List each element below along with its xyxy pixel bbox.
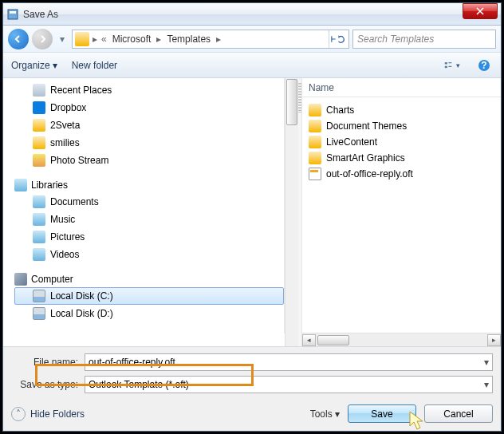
chevron-right-icon: ▸ [156, 34, 162, 45]
refresh-button[interactable] [329, 30, 346, 48]
hide-folders-button[interactable]: ˄ Hide Folders [11, 407, 85, 421]
tree-item[interactable]: Dropbox [14, 99, 284, 116]
column-header-name[interactable]: Name [302, 78, 501, 97]
tree-head-libraries[interactable]: Libraries [14, 177, 284, 193]
help-button[interactable]: ? [475, 57, 493, 73]
nav-forward-button[interactable] [32, 29, 53, 49]
search-input[interactable]: Search Templates [352, 30, 496, 49]
address-bar[interactable]: ▸ « Microsoft ▸ Templates ▸ [72, 30, 349, 49]
window-title: Save As [23, 9, 463, 20]
savetype-label: Save as type: [11, 379, 85, 390]
tree-group-favorites: Recent Places Dropbox 2Sveta smilies Pho… [14, 81, 284, 169]
disk-icon [33, 307, 45, 320]
scroll-left-button[interactable]: ◂ [302, 334, 316, 346]
folder-tree[interactable]: Recent Places Dropbox 2Sveta smilies Pho… [3, 78, 285, 333]
documents-icon [33, 195, 45, 208]
chevron-down-icon: ▾ [53, 60, 57, 71]
chevron-down-icon[interactable]: ▾ [484, 379, 489, 390]
list-item[interactable]: Document Themes [309, 118, 494, 134]
tree-item[interactable]: 2Sveta [14, 116, 284, 134]
filename-input[interactable]: out-of-office-reply.oft ▾ [85, 353, 493, 371]
nav-back-button[interactable] [8, 29, 29, 49]
tree-item[interactable]: Recent Places [14, 81, 284, 99]
dropbox-icon [33, 101, 45, 114]
videos-icon [33, 248, 45, 261]
scroll-right-button[interactable]: ▸ [487, 334, 501, 346]
toolbar: Organize▾ New folder ▾ ? [3, 53, 501, 78]
save-button[interactable]: Save [348, 404, 416, 423]
nav-history-dropdown[interactable]: ▾ [56, 30, 69, 49]
list-item[interactable]: LiveContent [309, 134, 494, 150]
svg-rect-4 [448, 62, 451, 63]
svg-rect-3 [445, 65, 447, 67]
computer-icon [14, 273, 27, 286]
folder-icon [309, 104, 321, 116]
folder-icon [33, 136, 45, 149]
svg-rect-1 [10, 11, 16, 14]
chevron-right-icon: ▸ [92, 34, 98, 45]
chevron-right-icon: « [100, 34, 108, 45]
libraries-icon [14, 179, 27, 191]
svg-text:?: ? [481, 60, 486, 71]
close-button[interactable] [463, 3, 498, 19]
tree-group-libraries: Libraries Documents Music Pictures Video… [14, 177, 284, 263]
list-item[interactable]: Charts [309, 102, 494, 118]
save-as-dialog: Save As ▾ ▸ « Microsoft ▸ Templates ▸ Se… [2, 2, 502, 432]
chevron-right-icon: ▸ [215, 34, 222, 45]
view-options-button[interactable]: ▾ [443, 57, 461, 73]
titlebar: Save As [3, 3, 501, 26]
tree-group-computer: Computer Local Disk (C:) Local Disk (D:) [14, 271, 284, 322]
list-item[interactable]: out-of-office-reply.oft [309, 166, 494, 182]
new-folder-button[interactable]: New folder [72, 60, 117, 71]
main-area: Recent Places Dropbox 2Sveta smilies Pho… [3, 78, 501, 346]
vertical-scrollbar[interactable] [285, 78, 298, 346]
music-icon [33, 213, 45, 226]
pictures-icon [33, 231, 45, 243]
breadcrumb-templates[interactable]: Templates [164, 34, 213, 45]
svg-rect-0 [8, 10, 18, 19]
scroll-thumb[interactable] [317, 335, 349, 345]
chevron-up-icon: ˄ [11, 407, 26, 421]
search-placeholder: Search Templates [357, 34, 434, 45]
tree-item[interactable]: Videos [14, 246, 284, 263]
file-list[interactable]: Charts Document Themes LiveContent Smart… [302, 97, 501, 333]
svg-rect-2 [445, 62, 447, 64]
scroll-thumb[interactable] [286, 79, 297, 125]
photo-stream-icon [33, 154, 45, 167]
cancel-button[interactable]: Cancel [424, 404, 493, 423]
organize-button[interactable]: Organize▾ [11, 60, 57, 71]
folder-icon [75, 32, 89, 46]
navigation-bar: ▾ ▸ « Microsoft ▸ Templates ▸ Search Tem… [3, 26, 501, 53]
folder-icon [33, 119, 45, 132]
dialog-footer: ˄ Hide Folders Tools ▾ Save Cancel [11, 404, 493, 423]
tree-item[interactable]: smilies [14, 134, 284, 152]
filename-label: File name: [11, 357, 85, 368]
disk-icon [33, 290, 45, 302]
savetype-dropdown[interactable]: Outlook Template (*.oft) ▾ [85, 376, 493, 393]
tree-head-computer[interactable]: Computer [14, 271, 284, 287]
tree-item[interactable]: Photo Stream [14, 152, 284, 169]
app-icon [6, 8, 19, 21]
tree-item[interactable]: Pictures [14, 228, 284, 246]
filename-row: File name: out-of-office-reply.oft ▾ [11, 353, 493, 371]
tree-item[interactable]: Music [14, 211, 284, 228]
tree-item-local-disk-d[interactable]: Local Disk (D:) [14, 305, 284, 322]
tree-item-local-disk-c[interactable]: Local Disk (C:) [14, 287, 284, 305]
tree-item[interactable]: Documents [14, 193, 284, 211]
bottom-panel: File name: out-of-office-reply.oft ▾ Sav… [3, 346, 501, 431]
folder-icon [309, 136, 321, 148]
folder-icon [309, 152, 321, 164]
file-list-pane: Name Charts Document Themes LiveContent … [301, 78, 501, 346]
folder-icon [309, 120, 321, 132]
horizontal-scrollbar[interactable]: ◂ ▸ [302, 333, 501, 346]
tools-dropdown[interactable]: Tools ▾ [310, 408, 340, 420]
chevron-down-icon[interactable]: ▾ [484, 357, 489, 368]
svg-rect-5 [448, 65, 451, 66]
list-item[interactable]: SmartArt Graphics [309, 150, 494, 166]
recent-places-icon [33, 84, 45, 97]
oft-file-icon [309, 168, 321, 180]
chevron-down-icon: ▾ [335, 408, 340, 420]
savetype-row: Save as type: Outlook Template (*.oft) ▾ [11, 376, 493, 393]
breadcrumb-microsoft[interactable]: Microsoft [110, 34, 154, 45]
